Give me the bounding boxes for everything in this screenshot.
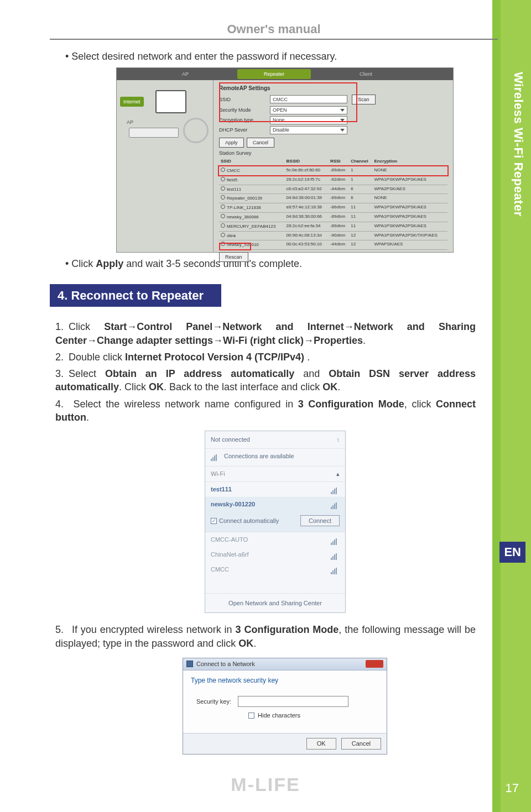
security-key-input[interactable] (238, 696, 348, 707)
topology-diagram: Internet AP (117, 80, 214, 252)
apply-button[interactable]: Apply (219, 138, 244, 148)
section-4-title: 4. Reconnect to Repeater (50, 284, 221, 307)
connect-auto-label: Connect automatically (219, 517, 279, 525)
internet-label: Internet (120, 97, 144, 107)
col-chan: Channel (349, 158, 372, 166)
cancel-button[interactable]: Cancel (247, 138, 274, 148)
wifi-section-label: Wi-Fi (211, 470, 225, 478)
table-row[interactable]: MERCURY_EEFAB412328:2c:b2:ee:fa:34-89dbm… (219, 222, 447, 231)
wifi-panel-screenshot: Not connected ↕ Connections are availabl… (205, 431, 346, 613)
security-label: Security Mode (219, 107, 270, 113)
form-title: RemoteAP Settings (219, 85, 447, 92)
monitor-icon (155, 90, 186, 113)
dhcp-select[interactable]: Disable (270, 126, 347, 134)
security-select[interactable]: OPEN (270, 106, 347, 114)
encryption-select[interactable]: None (270, 116, 347, 124)
dialog-cancel-button[interactable]: Cancel (341, 738, 381, 750)
col-rssi: RSSI (329, 158, 349, 166)
signal-icon (331, 537, 340, 543)
network-item-selected[interactable]: newsky-001220 (211, 500, 255, 509)
table-row[interactable]: Repeater_00013904:8d:38:00:01:39-69dbm6N… (219, 194, 447, 203)
signal-icon (331, 486, 340, 493)
connections-available: Connections are available (224, 452, 294, 460)
ssid-label: SSID (219, 96, 270, 103)
collapse-icon[interactable]: ▴ (336, 470, 340, 478)
signal-icon (331, 552, 340, 558)
step-4: 4. Select the wireless network name conf… (55, 397, 476, 425)
close-button[interactable] (366, 660, 383, 668)
router-icon (129, 128, 179, 138)
connect-auto-checkbox[interactable]: ✓ (211, 518, 217, 524)
header-rule (50, 39, 498, 40)
page-header: Owner's manual (50, 22, 498, 36)
table-row[interactable]: dlink00:90:4c:08:13:3d-90dbm12WPA1PSKWPA… (219, 231, 447, 240)
remote-ap-form: RemoteAP Settings SSIDCMCCScan Security … (214, 80, 453, 252)
dialog-title: Connect to a Network (196, 660, 255, 668)
signal-icon (331, 501, 340, 507)
not-connected-label: Not connected (211, 436, 250, 444)
rescan-button[interactable]: Rescan (219, 252, 248, 262)
dialog-message: Type the network security key (183, 670, 387, 690)
bullet-1: Select desired network and enter the pas… (65, 50, 476, 63)
signal-icon (211, 453, 220, 460)
signal-icon (331, 567, 340, 573)
open-network-center-link[interactable]: Open Network and Sharing Center (205, 593, 345, 613)
step-2: 2.Double click Internet Protocol Version… (55, 350, 476, 364)
table-row[interactable]: CMCC5c:0e:8b:cf:80:80-89dbm1NONE (219, 166, 447, 176)
network-item[interactable]: CMCC (211, 565, 229, 574)
tab-repeater[interactable]: Repeater (237, 69, 311, 79)
table-row[interactable]: TP-LINK_121838e8:57:4e:12:18:38-86dbm11W… (219, 203, 447, 213)
col-ssid: SSID (219, 158, 285, 166)
col-enc: Encryption (372, 158, 447, 166)
tab-ap[interactable]: AP (155, 69, 215, 79)
tab-client[interactable]: Client (333, 69, 399, 79)
encryption-label: Encryption type (219, 117, 270, 123)
b2-bold: Apply (96, 258, 123, 269)
table-row[interactable]: field528:2c:b2:19:f5:7c-92dbm1WPA1PSKWPA… (219, 175, 447, 185)
signal-icon (183, 118, 209, 143)
step-5: 5. If you encrypted wireless network in … (55, 623, 476, 650)
network-item[interactable]: CMCC-AUTO (211, 536, 248, 544)
table-row[interactable]: test111c8:d3:a3:47:32:92-44dbm6WPA2PSK/A… (219, 185, 447, 194)
connect-button[interactable]: Connect (300, 515, 340, 527)
router-config-screenshot: AP Repeater Client Internet AP RemoteAP … (116, 67, 454, 253)
table-row[interactable]: newsky_53501000:0c:43:53:50:10-44dbm12WP… (219, 240, 447, 250)
step-1: 1.Click Start→Control Panel→Network and … (55, 320, 476, 347)
mode-tabs: AP Repeater Client (117, 68, 453, 80)
ssid-input[interactable]: CMCC (270, 95, 347, 103)
connect-dialog-screenshot: Connect to a Network Type the network se… (183, 658, 387, 755)
scan-button[interactable]: Scan (352, 95, 376, 104)
survey-table: SSID BSSID RSSI Channel Encryption CMCC5… (219, 158, 447, 250)
b2-pre: Click (71, 258, 96, 269)
security-key-label: Security key: (196, 698, 231, 706)
hide-chars-checkbox[interactable] (248, 713, 254, 719)
dialog-icon (186, 661, 193, 667)
network-item[interactable]: ChinaNet-a6rf (211, 551, 248, 559)
dhcp-label: DHCP Sever (219, 127, 270, 133)
ap-label: AP (127, 119, 133, 125)
step-3: 3.Select Obtain an IP address automatica… (55, 367, 476, 394)
dialog-ok-button[interactable]: OK (306, 738, 336, 750)
table-row[interactable]: newsky_36006604:8d:38:36:00:66-89dbm11WP… (219, 213, 447, 222)
hide-chars-label: Hide characters (258, 711, 300, 720)
col-bssid: BSSID (285, 158, 329, 166)
network-item[interactable]: test111 (211, 485, 232, 494)
survey-title: Station Survey (219, 150, 447, 156)
